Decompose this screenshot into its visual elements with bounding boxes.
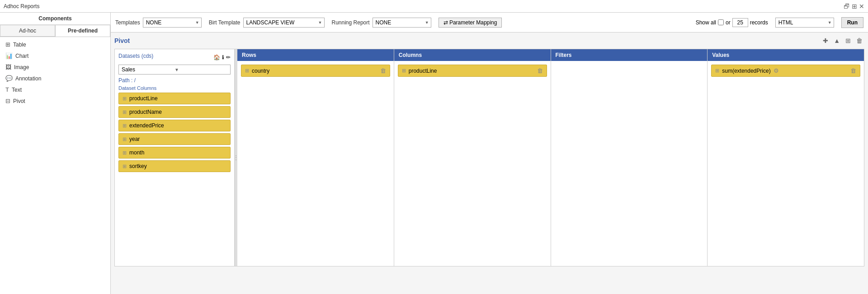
content-area: Templates NONE Birt Template LANDSCAPE V… xyxy=(111,13,868,294)
dataset-column-year[interactable]: ⊞ year xyxy=(118,133,231,145)
pivot-title: Pivot xyxy=(114,37,130,44)
pivot-up-button[interactable]: ▲ xyxy=(832,36,842,45)
dataset-select[interactable]: Sales ▼ xyxy=(118,65,231,75)
app-title: Adhoc Reports xyxy=(4,3,39,9)
records-label: records xyxy=(750,19,768,26)
sidebar-item-pivot[interactable]: ⊟ Pivot xyxy=(0,95,110,107)
toolbar-group-running: Running Report NONE xyxy=(332,18,431,28)
title-bar: Adhoc Reports 🗗 ⊞ ✕ xyxy=(0,0,868,13)
zone-item-delete-sum[interactable]: 🗑 xyxy=(850,67,856,74)
datasets-info-icon[interactable]: ℹ xyxy=(222,54,224,61)
sidebar-item-label: Annotation xyxy=(15,75,41,82)
pivot-layout-button[interactable]: ⊞ xyxy=(844,36,853,45)
sidebar-item-image[interactable]: 🖼 Image xyxy=(0,61,110,73)
dataset-column-productLine[interactable]: ⊞ productLine xyxy=(118,93,231,104)
zone-values: Values ⊞ sum(extendedPrice) ⚙ 🗑 xyxy=(708,49,864,266)
pivot-delete-button[interactable]: 🗑 xyxy=(854,36,864,45)
toolbar-group-templates: Templates NONE xyxy=(115,18,202,28)
zone-col-icon-sum: ⊞ xyxy=(715,68,719,74)
dataset-column-extendedPrice[interactable]: ⊞ extendedPrice xyxy=(118,120,231,131)
col-name-sortkey: sortkey xyxy=(129,163,147,169)
zone-item-name-country: country xyxy=(252,68,269,74)
tab-adhoc[interactable]: Ad-hoc xyxy=(0,25,55,37)
pivot-add-button[interactable]: ✚ xyxy=(821,36,830,45)
zone-rows-header: Rows xyxy=(237,49,394,61)
col-name-year: year xyxy=(129,136,140,142)
zone-item-productLine[interactable]: ⊞ productLine 🗑 xyxy=(398,65,547,77)
dataset-column-sortkey[interactable]: ⊞ sortkey xyxy=(118,160,231,172)
close-icon[interactable]: ✕ xyxy=(859,3,864,10)
sidebar-item-label: Image xyxy=(14,64,29,70)
zone-item-delete-productLine[interactable]: 🗑 xyxy=(537,67,543,74)
zone-columns: Columns ⊞ productLine 🗑 xyxy=(394,49,551,266)
pivot-section: Pivot ✚ ▲ ⊞ 🗑 Datasets (cds) xyxy=(111,33,868,294)
dataset-column-month[interactable]: ⊞ month xyxy=(118,147,231,159)
format-select[interactable]: HTML xyxy=(775,18,834,28)
col-icon-year: ⊞ xyxy=(123,136,127,142)
birt-select-wrapper: LANDSCAPE VIEW xyxy=(243,18,325,28)
sidebar-tabs: Ad-hoc Pre-defined xyxy=(0,25,110,37)
pivot-icon: ⊟ xyxy=(5,98,10,104)
records-input[interactable] xyxy=(732,18,748,27)
datasets-panel: Datasets (cds) 🏠 ℹ ✏ Sales ▼ xyxy=(115,49,235,266)
text-icon: T xyxy=(5,86,9,93)
zone-filters: Filters xyxy=(551,49,708,266)
col-icon-extendedPrice: ⊞ xyxy=(123,123,127,129)
sidebar-item-chart[interactable]: 📊 Chart xyxy=(0,50,110,61)
or-label: or xyxy=(726,19,731,26)
show-all-checkbox[interactable] xyxy=(718,19,724,25)
templates-select[interactable]: NONE xyxy=(143,18,202,28)
sidebar-item-label: Pivot xyxy=(13,98,25,104)
zone-item-name-productLine: productLine xyxy=(409,68,437,74)
run-button[interactable]: Run xyxy=(841,17,863,28)
col-name-month: month xyxy=(129,149,144,156)
dataset-column-productName[interactable]: ⊞ productName xyxy=(118,106,231,118)
restore-icon[interactable]: 🗗 xyxy=(844,3,850,10)
sidebar-item-label: Text xyxy=(12,87,22,93)
grid-icon[interactable]: ⊞ xyxy=(852,3,857,10)
main-container: Components Ad-hoc Pre-defined ⊞ Table 📊 … xyxy=(0,13,868,294)
zone-rows: Rows ⊞ country 🗑 xyxy=(237,49,394,266)
zone-item-settings-sum[interactable]: ⚙ xyxy=(774,67,779,74)
sidebar-item-label: Chart xyxy=(15,53,28,59)
param-mapping-button[interactable]: ⇄ Parameter Mapping xyxy=(439,18,502,28)
zone-filters-body xyxy=(551,61,708,260)
title-bar-icons: 🗗 ⊞ ✕ xyxy=(844,3,864,10)
zone-item-country[interactable]: ⊞ country 🗑 xyxy=(241,65,390,77)
zone-item-delete-country[interactable]: 🗑 xyxy=(380,67,386,74)
zone-rows-body: ⊞ country 🗑 xyxy=(237,61,394,260)
col-icon-productName: ⊞ xyxy=(123,109,127,115)
pivot-content: Datasets (cds) 🏠 ℹ ✏ Sales ▼ xyxy=(114,49,864,266)
table-icon: ⊞ xyxy=(5,41,10,48)
sidebar-item-table[interactable]: ⊞ Table xyxy=(0,39,110,50)
sidebar-item-text[interactable]: T Text xyxy=(0,84,110,95)
dataset-arrow-icon: ▼ xyxy=(175,67,227,72)
zone-columns-header: Columns xyxy=(394,49,551,61)
col-name-productLine: productLine xyxy=(129,95,158,102)
datasets-edit-icon[interactable]: ✏ xyxy=(226,54,231,61)
zone-values-body: ⊞ sum(extendedPrice) ⚙ 🗑 xyxy=(708,61,864,260)
col-icon-month: ⊞ xyxy=(123,150,127,156)
col-name-productName: productName xyxy=(129,109,162,115)
zone-values-header: Values xyxy=(708,49,864,61)
sidebar: Components Ad-hoc Pre-defined ⊞ Table 📊 … xyxy=(0,13,111,294)
tab-predefined[interactable]: Pre-defined xyxy=(55,25,110,37)
sidebar-items: ⊞ Table 📊 Chart 🖼 Image 💬 Annotation T T… xyxy=(0,37,110,108)
running-select-wrapper: NONE xyxy=(373,18,431,28)
zone-col-icon-productLine: ⊞ xyxy=(402,68,406,74)
birt-select[interactable]: LANDSCAPE VIEW xyxy=(243,18,325,28)
annotation-icon: 💬 xyxy=(5,75,13,82)
zone-columns-body: ⊞ productLine 🗑 xyxy=(394,61,551,260)
show-all-label: Show all xyxy=(696,19,716,26)
format-select-wrapper: HTML xyxy=(775,18,834,28)
running-label: Running Report xyxy=(332,19,370,26)
running-select[interactable]: NONE xyxy=(373,18,431,28)
sidebar-item-annotation[interactable]: 💬 Annotation xyxy=(0,73,110,84)
datasets-code: (cds) xyxy=(142,53,154,59)
templates-select-wrapper: NONE xyxy=(143,18,202,28)
chart-icon: 📊 xyxy=(5,52,13,59)
zone-item-sum-extendedPrice[interactable]: ⊞ sum(extendedPrice) ⚙ 🗑 xyxy=(711,65,860,77)
zone-col-icon-country: ⊞ xyxy=(245,68,249,74)
pivot-actions: ✚ ▲ ⊞ 🗑 xyxy=(821,36,864,45)
datasets-home-icon[interactable]: 🏠 xyxy=(213,54,220,61)
